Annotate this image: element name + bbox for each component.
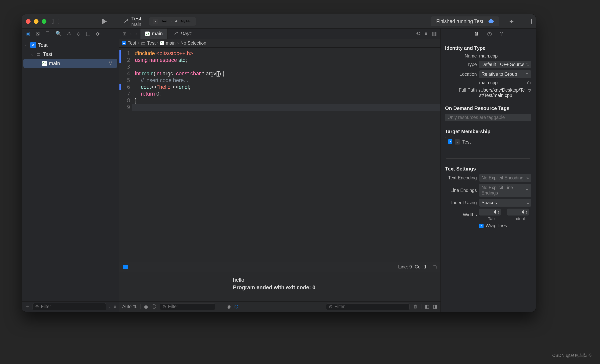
filter-placeholder: Filter — [335, 304, 345, 309]
add-button[interactable]: ＋ — [24, 302, 30, 311]
watermark: CSDN @乌龟车队长 — [552, 353, 592, 358]
test-icon[interactable]: ◇ — [77, 30, 81, 37]
toggle-navigator-icon[interactable] — [52, 19, 59, 24]
code-editor[interactable]: 1 2 3 4 5 6 7 8 9 #include <bits/stdc++.… — [119, 48, 441, 262]
help-inspector-icon[interactable]: ? — [500, 30, 503, 37]
tab-width-stepper[interactable]: 4▴▾ — [479, 209, 501, 216]
nav-back-icon[interactable]: ‹ — [130, 31, 132, 36]
t: 0; — [156, 91, 161, 97]
split-icon[interactable]: ▥ — [432, 30, 437, 37]
xcode-window: ⎇ Test main ▸ Test › ⌘ My Mac Finished r… — [22, 14, 536, 312]
encoding-select[interactable]: No Explicit Encoding⇅ — [479, 174, 531, 182]
disclosure-icon[interactable]: ⌄ — [25, 43, 28, 47]
name-field[interactable]: main.cpp — [479, 53, 531, 59]
jump-root[interactable]: Test — [128, 40, 136, 46]
change-marker — [120, 84, 121, 90]
auto-selector[interactable]: Auto ⇅ — [122, 304, 137, 309]
scheme-branch[interactable]: ⎇ Test main — [122, 16, 142, 27]
editor-status-bar: Line: 9 Col: 1 ▢ — [119, 262, 441, 272]
cursor-col: Col: 1 — [415, 264, 427, 270]
file-inspector-icon[interactable]: 🗎 — [474, 30, 479, 37]
checkbox-checked-icon[interactable]: ✓ — [448, 139, 452, 144]
info-icon[interactable]: ⓘ — [152, 303, 156, 310]
project-navigator-icon[interactable]: ▣ — [25, 30, 30, 37]
adjust-icon[interactable]: ≡ — [425, 30, 428, 37]
variables-view[interactable] — [119, 272, 228, 301]
eye-icon[interactable]: ◉ — [227, 304, 231, 309]
checkbox-checked-icon[interactable]: ✓ — [479, 224, 484, 228]
jump-selection[interactable]: No Selection — [180, 40, 206, 46]
jump-file[interactable]: main — [166, 40, 176, 46]
t: int — [135, 71, 142, 77]
type-select[interactable]: Default - C++ Source⇅ — [479, 61, 531, 68]
zoom-window[interactable] — [42, 19, 47, 24]
t: hello — [233, 277, 244, 283]
jump-bar[interactable]: A Test› 🗀 Test› C+ main› No Selection — [119, 39, 441, 48]
full-path: /Users/xay/Desktop/Test/Test/main.cpp — [479, 87, 525, 98]
minimap-icon[interactable]: ▢ — [432, 264, 437, 270]
scm-icon[interactable]: ⊞ — [114, 305, 116, 309]
navigator-filter[interactable]: ⊜ Filter — [33, 303, 106, 310]
folder-icon: 🗀 — [36, 51, 41, 57]
caret — [135, 105, 135, 110]
breakpoint-toggle[interactable] — [123, 265, 128, 269]
project-root[interactable]: ⌄ A Test — [22, 40, 119, 50]
tab-main[interactable]: C+ main — [141, 28, 168, 39]
issue-icon[interactable]: ⚠ — [67, 30, 71, 37]
minimize-window[interactable] — [34, 19, 38, 24]
vars-filter[interactable]: ⊜ Filter — [160, 303, 215, 310]
laptop-icon: ⌘ — [175, 19, 178, 23]
trash-icon[interactable]: 🗑 — [413, 304, 418, 309]
project-icon: A — [30, 42, 36, 48]
breakpoint-icon[interactable]: ⬗ — [96, 30, 100, 37]
toggle-inspector-icon[interactable] — [525, 19, 532, 24]
modified-badge: M — [108, 61, 114, 66]
reveal-icon[interactable]: ➲ — [528, 87, 531, 98]
t: #include — [135, 50, 156, 56]
label: Full Path — [445, 87, 477, 93]
workspace: ▣ ⊠ ⛉ 🔍 ⚠ ◇ ◫ ⬗ ≣ ⌄ A Test ⌄ 🗀 Te — [22, 28, 536, 312]
cpp-file-icon: C+ — [160, 41, 164, 45]
debug-icon[interactable]: ◫ — [86, 30, 91, 37]
folder-open-icon[interactable]: 🗀 — [527, 80, 531, 85]
inspector-content: Identity and Type Name main.cpp Type Def… — [441, 39, 536, 233]
tab-nav: ⊞ ‹ › — [119, 31, 141, 36]
pane-right-icon[interactable]: ◨ — [433, 304, 437, 309]
code-content[interactable]: #include <bits/stdc++.h> using namespace… — [132, 48, 441, 262]
tab-day1[interactable]: ⎇ Day1 — [168, 28, 197, 39]
bookmark-icon[interactable]: ⛉ — [45, 30, 50, 37]
filter-placeholder: Filter — [41, 304, 51, 309]
memory-icon[interactable]: ⬡ — [234, 304, 238, 309]
console-output[interactable]: hello Program ended with exit code: 0 — [228, 272, 441, 301]
label: Location — [445, 72, 477, 77]
source-control-icon[interactable]: ⊠ — [36, 30, 40, 37]
target-membership[interactable]: ✓ ▸ Test — [445, 137, 531, 159]
run-button[interactable] — [102, 19, 107, 24]
indent-width-stepper[interactable]: 4▴▾ — [507, 209, 529, 216]
jump-folder[interactable]: Test — [147, 40, 156, 46]
eye-icon[interactable]: ◉ — [144, 304, 148, 309]
t: << — [151, 84, 157, 90]
pane-left-icon[interactable]: ◧ — [425, 304, 429, 309]
report-icon[interactable]: ≣ — [105, 30, 109, 37]
clock-icon[interactable]: ◷ — [109, 305, 112, 309]
disclosure-icon[interactable]: ⌄ — [30, 52, 34, 56]
line-endings-select[interactable]: No Explicit Line Endings⇅ — [479, 184, 531, 197]
folder-row[interactable]: ⌄ 🗀 Test — [22, 50, 119, 59]
reload-icon[interactable]: ⟲ — [416, 30, 420, 37]
t: argc, — [163, 71, 176, 77]
nav-forward-icon[interactable]: › — [135, 31, 137, 36]
related-items-icon[interactable]: ⊞ — [123, 31, 127, 36]
close-window[interactable] — [26, 19, 30, 24]
console-filter[interactable]: ⊜ Filter — [326, 303, 410, 310]
wrap-lines-label: Wrap lines — [486, 223, 507, 228]
file-row-selected[interactable]: C+ main M — [23, 59, 117, 68]
history-inspector-icon[interactable]: ◷ — [487, 30, 492, 37]
t: endl — [178, 84, 189, 90]
find-icon[interactable]: 🔍 — [55, 30, 62, 37]
t: main — [142, 71, 154, 77]
location-select[interactable]: Relative to Group⇅ — [479, 70, 531, 78]
indent-select[interactable]: Spaces⇅ — [479, 199, 531, 207]
run-destination[interactable]: ▸ Test › ⌘ My Mac — [149, 17, 196, 26]
add-editor-button[interactable]: ＋ — [508, 17, 515, 26]
